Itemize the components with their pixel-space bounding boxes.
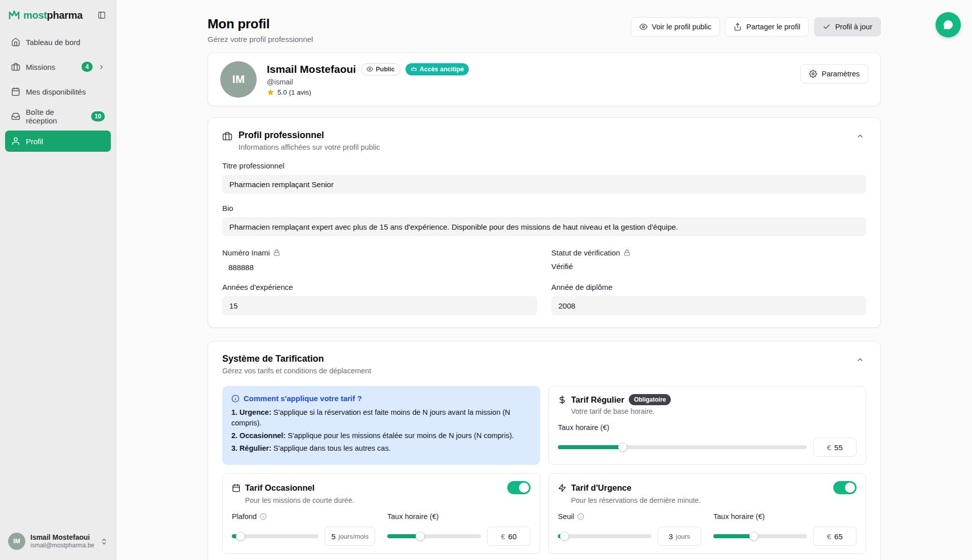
threshold-value: 3 (669, 532, 673, 541)
info-line: 1. Urgence: S'applique si la réservation… (231, 407, 531, 428)
urgency-threshold-slider[interactable] (558, 532, 652, 541)
page-header: Mon profil Gérez votre profil profession… (208, 16, 881, 44)
inbox-icon (11, 112, 20, 121)
bio-input[interactable] (222, 217, 866, 236)
page-title: Mon profil (208, 16, 313, 32)
urgency-tariff-toggle[interactable] (833, 481, 857, 494)
sidebar-item-boite-de-reception[interactable]: Boîte de réception 10 (5, 106, 111, 127)
info-icon (260, 513, 267, 520)
tariff-title: Tarif d'Urgence (571, 483, 631, 493)
slider-knob[interactable] (236, 532, 245, 541)
section-subtitle: Informations affichées sur votre profil … (238, 143, 380, 151)
info-line: 2. Occasionnel: S'applique pour les miss… (231, 430, 531, 441)
occasional-tariff-toggle[interactable] (507, 481, 531, 494)
slider-track (558, 445, 807, 449)
threshold-unit: jours (676, 533, 690, 540)
crown-icon (411, 66, 417, 72)
professional-title-input[interactable] (222, 175, 866, 194)
urgency-threshold-input[interactable]: 3 jours (658, 527, 701, 546)
early-access-badge-label: Accès ancitipé (420, 66, 464, 73)
star-icon (267, 89, 274, 96)
dollar-icon (558, 396, 566, 404)
chevron-up-icon (856, 132, 864, 140)
sidebar-item-tableau-de-bord[interactable]: Tableau de bord (5, 31, 111, 53)
slider-knob[interactable] (560, 532, 569, 541)
avatar: IM (220, 61, 257, 98)
eye-icon (367, 66, 373, 72)
info-icon (577, 513, 584, 520)
profile-name: Ismail Mostefaoui (267, 63, 356, 75)
urgency-tariff-card: Tarif d'Urgence Pour les réservations de… (548, 473, 866, 554)
field-label-titre: Titre professionnel (222, 161, 866, 170)
chat-button[interactable] (936, 12, 961, 37)
calendar-icon (232, 484, 240, 492)
sidebar-user-menu[interactable]: IM Ismail Mostefaoui ismail@mostpharma.b… (5, 529, 111, 554)
settings-button[interactable]: Paramètres (800, 64, 868, 83)
sidebar: mostpharma Tableau de bord Missions 4 (0, 0, 116, 560)
sidebar-item-label: Missions (26, 63, 76, 71)
lock-icon (273, 249, 280, 256)
diploma-year-input[interactable] (551, 296, 866, 315)
chevron-right-icon (98, 64, 105, 70)
sidebar-item-label: Profil (26, 137, 105, 146)
sidebar-item-label: Mes disponibilités (26, 88, 105, 96)
profile-summary-card: IM Ismail Mostefaoui Public Accès a (208, 53, 881, 106)
field-label-bio: Bio (222, 204, 866, 212)
slider-knob[interactable] (618, 443, 627, 452)
check-icon (823, 23, 831, 31)
header-actions: Voir le profil public Partager le profil… (631, 17, 881, 36)
pricing-system-card: Système de Tarification Gérez vos tarifs… (208, 341, 881, 560)
tariff-title: Tarif Régulier (571, 395, 624, 405)
missions-count-badge: 4 (82, 62, 93, 72)
profile-up-to-date-label: Profil à jour (835, 23, 872, 31)
occasional-rate-slider[interactable] (387, 532, 481, 541)
occasional-cap-input[interactable]: 5 jours/mois (325, 527, 375, 546)
tariff-info-box: Comment s'applique votre tarif ? 1. Urge… (222, 386, 540, 465)
gear-icon (809, 70, 817, 78)
page-subtitle: Gérez votre profil professionnel (208, 35, 313, 44)
collapse-section-button[interactable] (854, 354, 866, 366)
brand-logo[interactable]: mostpharma (8, 9, 83, 21)
verification-label-text: Statut de vérification (551, 248, 620, 257)
share-profile-button[interactable]: Partager le profil (725, 17, 808, 36)
sidebar-item-label: Tableau de bord (26, 38, 105, 47)
view-public-profile-button[interactable]: Voir le profil public (631, 17, 720, 36)
inbox-count-badge: 10 (91, 111, 105, 121)
collapse-section-button[interactable] (854, 130, 866, 142)
sidebar-collapse-button[interactable] (96, 9, 108, 21)
chevrons-up-down-icon (100, 538, 108, 545)
professional-profile-card: Profil professionnel Informations affich… (208, 117, 881, 328)
main-content: Mon profil Gérez votre profil profession… (116, 0, 972, 560)
tariff-subtitle: Pour les réservations de dernière minute… (571, 496, 857, 504)
threshold-label: Seuil (558, 512, 701, 521)
occasional-tariff-card: Tarif Occasionnel Pour les missions de c… (222, 473, 540, 554)
section-subtitle: Gérez vos tarifs et conditions de déplac… (222, 367, 371, 375)
slider-track (558, 534, 652, 538)
sidebar-item-disponibilites[interactable]: Mes disponibilités (5, 81, 111, 102)
sidebar-nav: Tableau de bord Missions 4 Mes disponibi… (5, 31, 111, 152)
verification-value: Vérifié (551, 262, 866, 271)
experience-input[interactable] (222, 296, 537, 315)
rate-label: Taux horaire (€) (387, 512, 531, 521)
early-access-badge: Accès ancitipé (406, 63, 469, 75)
field-label-diploma: Année de diplôme (551, 283, 866, 291)
occasional-rate-input[interactable]: € 60 (487, 527, 531, 546)
regular-tariff-card: Tarif Régulier Obligatoire Votre tarif d… (548, 386, 866, 465)
slider-knob[interactable] (416, 532, 425, 541)
profile-up-to-date-button[interactable]: Profil à jour (814, 17, 881, 36)
occasional-cap-slider[interactable] (232, 532, 318, 541)
briefcase-icon (11, 62, 20, 71)
regular-rate-slider[interactable] (558, 443, 807, 452)
urgency-rate-slider[interactable] (713, 532, 807, 541)
sidebar-item-profil[interactable]: Profil (5, 131, 111, 152)
user-icon (11, 137, 20, 146)
profile-rating: 5.0 (1 avis) (267, 89, 469, 96)
sidebar-item-missions[interactable]: Missions 4 (5, 56, 111, 77)
slider-knob[interactable] (749, 532, 758, 541)
rate-label: Taux horaire (€) (713, 512, 857, 521)
calendar-icon (11, 87, 20, 96)
cap-unit: jours/mois (339, 533, 369, 540)
user-email: ismail@mostpharma.be (30, 542, 95, 549)
regular-rate-input[interactable]: € 55 (813, 438, 857, 457)
urgency-rate-input[interactable]: € 65 (813, 527, 857, 546)
